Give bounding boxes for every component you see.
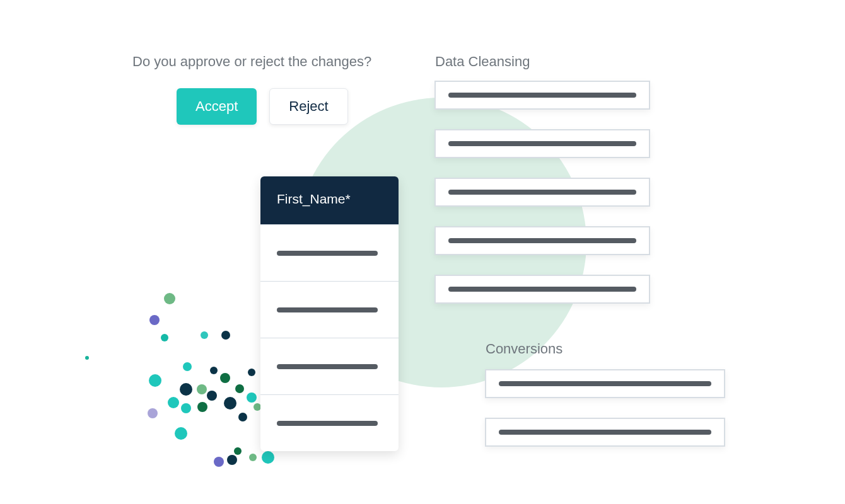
column-row	[260, 224, 399, 281]
dot	[207, 391, 217, 401]
column-row	[260, 338, 399, 394]
accept-button[interactable]: Accept	[177, 88, 257, 125]
cleansing-item[interactable]	[434, 226, 650, 255]
dot	[248, 369, 255, 376]
dot	[164, 293, 175, 304]
dot	[85, 356, 89, 360]
dot	[181, 403, 191, 413]
placeholder-bar	[499, 430, 711, 435]
placeholder-bar	[448, 287, 636, 292]
dot	[168, 397, 179, 408]
approval-buttons: Accept Reject	[177, 88, 348, 125]
dot	[234, 447, 242, 455]
conversions-item[interactable]	[485, 369, 725, 398]
dot	[197, 402, 207, 412]
dot	[183, 362, 192, 371]
cleansing-item[interactable]	[434, 81, 650, 110]
dot	[210, 367, 218, 374]
dot	[249, 454, 257, 461]
cleansing-item[interactable]	[434, 275, 650, 304]
dot	[197, 384, 207, 394]
dot	[201, 331, 208, 339]
column-row	[260, 281, 399, 338]
dot	[224, 397, 236, 410]
dot	[214, 457, 224, 467]
column-header: First_Name*	[260, 176, 399, 224]
column-preview-card: First_Name*	[260, 176, 399, 451]
cleansing-item[interactable]	[434, 178, 650, 207]
dot	[148, 408, 158, 418]
dot	[262, 451, 274, 464]
decorative-dots	[85, 271, 281, 472]
section-title-conversions: Conversions	[486, 341, 562, 357]
dot	[220, 373, 230, 383]
placeholder-bar	[448, 190, 636, 195]
canvas: Do you approve or reject the changes? Ac…	[0, 0, 845, 504]
placeholder-bar	[448, 238, 636, 243]
dot	[175, 427, 187, 440]
dot	[235, 384, 244, 393]
dot	[238, 413, 247, 421]
dot	[227, 455, 237, 465]
dot	[161, 334, 168, 341]
column-row	[260, 394, 399, 451]
placeholder-bar	[277, 307, 378, 312]
dot	[149, 315, 160, 325]
dot	[221, 331, 230, 340]
dot	[180, 383, 192, 396]
placeholder-bar	[499, 381, 711, 386]
placeholder-bar	[448, 141, 636, 146]
placeholder-bar	[277, 251, 378, 256]
section-title-cleansing: Data Cleansing	[435, 54, 530, 70]
approval-prompt: Do you approve or reject the changes?	[132, 54, 371, 70]
reject-button[interactable]: Reject	[269, 88, 347, 125]
conversions-item[interactable]	[485, 418, 725, 447]
dot	[247, 392, 257, 403]
placeholder-bar	[277, 364, 378, 369]
placeholder-bar	[277, 421, 378, 426]
placeholder-bar	[448, 93, 636, 98]
cleansing-item[interactable]	[434, 129, 650, 158]
dot	[149, 374, 161, 387]
